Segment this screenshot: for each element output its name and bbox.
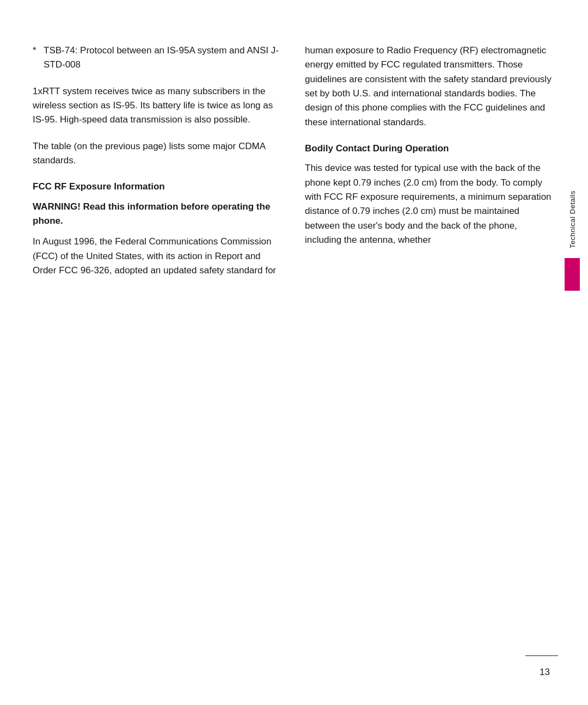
divider-line [525, 655, 558, 656]
bodily-contact-heading: Bodily Contact During Operation [305, 142, 555, 156]
sidebar-label: Technical Details [568, 191, 577, 248]
warning-heading: WARNING! Read this information before op… [33, 200, 283, 229]
left-column: TSB-74: Protocol between an IS-95A syste… [33, 44, 283, 290]
paragraph-device-tested: This device was tested for typical use w… [305, 161, 555, 247]
bullet-item-tsb: TSB-74: Protocol between an IS-95A syste… [33, 44, 283, 72]
paragraph-august-text: In August 1996, the Federal Communicatio… [33, 236, 276, 275]
paragraph-table: The table (on the previous page) lists s… [33, 139, 283, 168]
paragraph-device-tested-text: This device was tested for typical use w… [305, 163, 552, 245]
paragraph-1xrtt: 1xRTT system receives twice as many subs… [33, 84, 283, 127]
bullet-text-tsb: TSB-74: Protocol between an IS-95A syste… [44, 45, 279, 70]
paragraph-human-exposure: human exposure to Radio Frequency (RF) e… [305, 44, 555, 130]
sidebar-accent-bar [565, 258, 580, 291]
fcc-rf-heading: FCC RF Exposure Information [33, 180, 283, 194]
paragraph-august: In August 1996, the Federal Communicatio… [33, 235, 283, 278]
paragraph-table-text: The table (on the previous page) lists s… [33, 141, 265, 165]
paragraph-human-exposure-text: human exposure to Radio Frequency (RF) e… [305, 45, 552, 127]
page-container: TSB-74: Protocol between an IS-95A syste… [0, 0, 588, 705]
sidebar-container: Technical Details [565, 191, 580, 291]
page-number: 13 [540, 667, 550, 678]
paragraph-1xrtt-text: 1xRTT system receives twice as many subs… [33, 86, 273, 125]
right-column: human exposure to Radio Frequency (RF) e… [305, 44, 555, 290]
two-column-layout: TSB-74: Protocol between an IS-95A syste… [33, 44, 555, 290]
